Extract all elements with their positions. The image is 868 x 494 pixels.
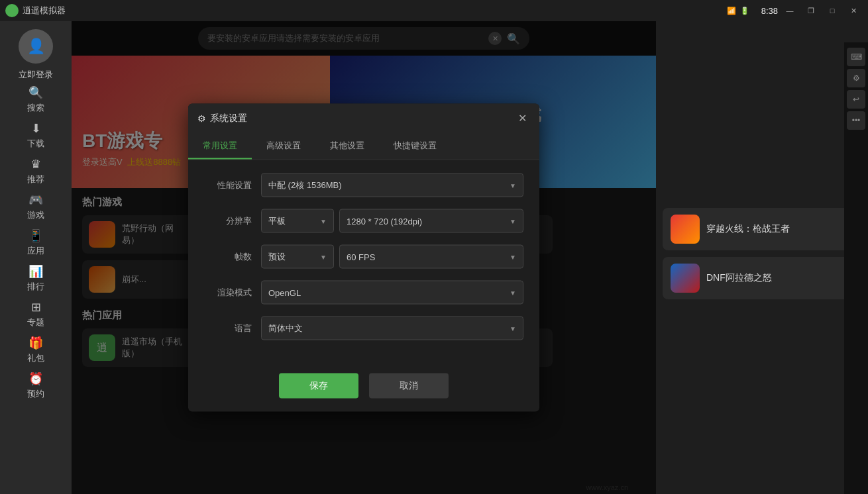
setting-row-resolution: 分辨率 平板 ▼ 1280 * 720 (192dpi) ▼ (204, 209, 523, 233)
content-area: 要安装的安卓应用请选择需要安装的安卓应用 ✕ 🔍 BT游戏专 登录送高V 上线送… (72, 21, 656, 494)
setting-row-render: 渲染模式 OpenGL ▼ (204, 281, 523, 305)
sidebar-item-search[interactable]: 🔍 搜索 (0, 82, 72, 117)
maximize-button[interactable]: □ (823, 4, 841, 17)
right-game-icon-1 (671, 215, 700, 244)
clock: 8:38 (761, 6, 778, 16)
control-language: 简体中文 ▼ (261, 317, 523, 340)
chevron-down-icon: ▼ (510, 324, 516, 332)
chevron-down-icon: ▼ (320, 217, 327, 224)
sidebar-label-special: 专题 (27, 317, 44, 328)
right-game-inner-2: DNF阿拉德之怒 (671, 264, 853, 293)
sidebar-label-gift: 礼包 (27, 352, 44, 364)
select-render[interactable]: OpenGL ▼ (261, 281, 523, 305)
right-game-card-2[interactable]: DNF阿拉德之怒 (663, 257, 861, 299)
label-language: 语言 (204, 322, 252, 334)
label-frames: 帧数 (204, 251, 252, 263)
reserve-icon: ⏰ (28, 371, 43, 386)
sidebar-label-rank: 排行 (27, 281, 44, 293)
sidebar-item-reserve[interactable]: ⏰ 预约 (0, 368, 72, 403)
sidebar-label-games: 游戏 (27, 209, 44, 221)
close-button[interactable]: ✕ (844, 4, 863, 17)
settings-title: ⚙ 系统设置 (197, 112, 247, 124)
settings-close-button[interactable]: ✕ (514, 110, 530, 126)
restore-button[interactable]: ❐ (802, 4, 820, 17)
special-icon: ⊞ (31, 300, 41, 315)
games-icon: 🎮 (28, 193, 43, 207)
select-language[interactable]: 简体中文 ▼ (261, 317, 523, 340)
right-game-card-1[interactable]: 穿越火线：枪战王者 (663, 208, 861, 250)
label-render: 渲染模式 (204, 287, 252, 299)
select-performance[interactable]: 中配 (2核 1536MB) ▼ (261, 173, 523, 197)
setting-row-language: 语言 简体中文 ▼ (204, 317, 523, 340)
download-icon: ⬇ (31, 121, 41, 136)
right-game-name-1: 穿越火线：枪战王者 (706, 223, 790, 235)
settings-footer: 保存 取消 (188, 366, 539, 412)
sidebar-item-download[interactable]: ⬇ 下载 (0, 118, 72, 152)
select-resolution-type[interactable]: 平板 ▼ (261, 209, 334, 233)
cancel-button[interactable]: 取消 (369, 373, 449, 399)
minimize-button[interactable]: — (781, 4, 799, 17)
right-edge-panel: ⌨ ⚙ ↩ ••• (844, 42, 868, 494)
app-logo (5, 4, 19, 17)
edge-btn-1[interactable]: ⌨ (847, 48, 865, 66)
save-button[interactable]: 保存 (279, 373, 358, 399)
sidebar-item-special[interactable]: ⊞ 专题 (0, 297, 72, 331)
search-icon: 🔍 (28, 85, 43, 100)
right-panel: 穿越火线：枪战王者 DNF阿拉德之怒 (656, 21, 868, 494)
control-performance: 中配 (2核 1536MB) ▼ (261, 173, 523, 197)
recommend-icon: ♛ (30, 157, 41, 172)
battery-icon: 🔋 (740, 7, 749, 15)
sidebar-item-rank[interactable]: 📊 排行 (0, 261, 72, 295)
edge-btn-2[interactable]: ⚙ (847, 69, 865, 87)
login-button[interactable]: 立即登录 (19, 69, 53, 81)
edge-btn-4[interactable]: ••• (847, 111, 865, 130)
tab-other[interactable]: 其他设置 (315, 133, 379, 160)
rank-icon: 📊 (28, 264, 43, 279)
chevron-down-icon: ▼ (510, 217, 516, 224)
select-resolution-size[interactable]: 1280 * 720 (192dpi) ▼ (339, 209, 523, 233)
sidebar-label-reserve: 预约 (27, 388, 44, 400)
setting-row-frames: 帧数 预设 ▼ 60 FPS ▼ (204, 245, 523, 269)
control-render: OpenGL ▼ (261, 281, 523, 305)
settings-body: 性能设置 中配 (2核 1536MB) ▼ 分辨率 平板 ▼ (188, 160, 539, 366)
right-game-name-2: DNF阿拉德之怒 (706, 272, 772, 284)
settings-header: ⚙ 系统设置 ✕ (188, 104, 539, 133)
apps-icon: 📱 (28, 228, 43, 243)
control-frames: 预设 ▼ 60 FPS ▼ (261, 245, 523, 269)
sidebar-label-apps: 应用 (27, 245, 44, 257)
label-performance: 性能设置 (204, 179, 252, 191)
settings-gear-icon: ⚙ (197, 113, 206, 123)
chevron-down-icon: ▼ (320, 253, 327, 260)
select-frames-preset[interactable]: 预设 ▼ (261, 245, 334, 269)
settings-dialog: ⚙ 系统设置 ✕ 常用设置 高级设置 其他设置 快捷键设置 性能设置 中配 (2… (188, 104, 539, 412)
sidebar-item-games[interactable]: 🎮 游戏 (0, 189, 72, 224)
right-game-icon-2 (671, 264, 700, 293)
tab-shortcut[interactable]: 快捷键设置 (379, 133, 451, 160)
tab-common[interactable]: 常用设置 (188, 133, 252, 160)
titlebar-controls: 📶 🔋 8:38 — ❐ □ ✕ (727, 4, 863, 17)
wifi-icon: 📶 (727, 7, 736, 15)
chevron-down-icon: ▼ (510, 253, 516, 260)
tab-advanced[interactable]: 高级设置 (252, 133, 315, 160)
sidebar-label-search: 搜索 (27, 102, 44, 114)
app-title: 逍遥模拟器 (23, 5, 66, 17)
titlebar: 逍遥模拟器 📶 🔋 8:38 — ❐ □ ✕ (0, 0, 868, 21)
chevron-down-icon: ▼ (510, 181, 516, 189)
sidebar: 👤 立即登录 🔍 搜索 ⬇ 下载 ♛ 推荐 🎮 游戏 📱 应用 📊 排行 ⊞ 专… (0, 21, 72, 494)
sidebar-item-gift[interactable]: 🎁 礼包 (0, 332, 72, 367)
titlebar-status-icons: 📶 🔋 (727, 7, 749, 15)
main-app: 👤 立即登录 🔍 搜索 ⬇ 下载 ♛ 推荐 🎮 游戏 📱 应用 📊 排行 ⊞ 专… (0, 21, 868, 494)
setting-row-performance: 性能设置 中配 (2核 1536MB) ▼ (204, 173, 523, 197)
avatar[interactable]: 👤 (19, 29, 53, 64)
titlebar-left: 逍遥模拟器 (5, 4, 66, 17)
label-resolution: 分辨率 (204, 215, 252, 227)
control-resolution: 平板 ▼ 1280 * 720 (192dpi) ▼ (261, 209, 523, 233)
sidebar-label-recommend: 推荐 (27, 173, 44, 185)
gift-icon: 🎁 (28, 336, 43, 350)
select-fps[interactable]: 60 FPS ▼ (339, 245, 523, 269)
sidebar-item-recommend[interactable]: ♛ 推荐 (0, 154, 72, 188)
settings-tabs: 常用设置 高级设置 其他设置 快捷键设置 (188, 133, 539, 160)
sidebar-item-apps[interactable]: 📱 应用 (0, 225, 72, 260)
sidebar-label-download: 下载 (27, 138, 44, 150)
edge-btn-3[interactable]: ↩ (847, 90, 865, 109)
